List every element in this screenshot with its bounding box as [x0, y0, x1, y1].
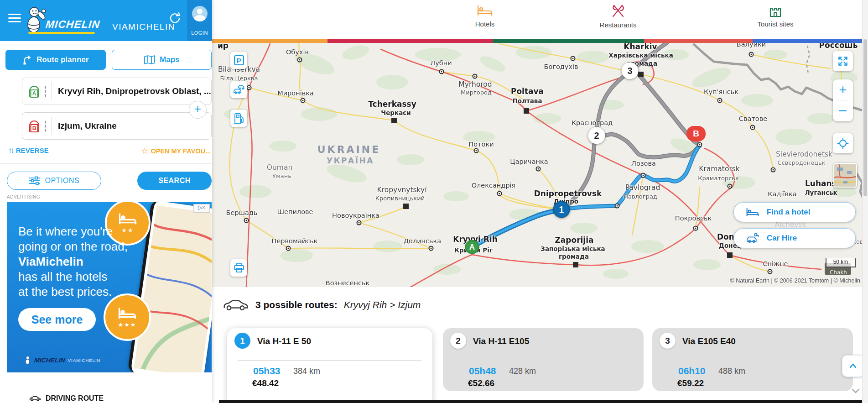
- route-cost: €59.22: [677, 378, 704, 388]
- refresh-icon[interactable]: [169, 12, 181, 24]
- route-badge-2[interactable]: 2: [588, 127, 605, 144]
- map-city-label: Tcherkassy: [368, 99, 416, 109]
- country-label-en: UKRAINE: [317, 144, 381, 155]
- country-label-uk: УКРАЇНА: [327, 156, 374, 165]
- parking-layer-button[interactable]: P: [230, 52, 247, 69]
- town-dot: [244, 218, 249, 223]
- fullscreen-button[interactable]: [833, 51, 853, 71]
- end-marker-b[interactable]: B: [686, 126, 706, 141]
- chevron-down-icon[interactable]: [852, 388, 860, 394]
- ad-close-icon[interactable]: ▷×: [193, 204, 210, 213]
- reverse-button[interactable]: ↑↓REVERSE: [8, 146, 49, 155]
- search-button[interactable]: SEARCH: [137, 172, 212, 190]
- town-dot: [439, 69, 444, 74]
- printer-icon: [234, 263, 244, 273]
- car-icon: [29, 395, 41, 402]
- driving-route-section-header[interactable]: DRIVING ROUTE: [29, 394, 104, 403]
- find-hotel-button[interactable]: Find a hotel: [733, 202, 856, 222]
- menu-icon[interactable]: [8, 14, 21, 24]
- locate-button[interactable]: [833, 133, 853, 153]
- town-dot: [474, 148, 479, 153]
- town-dot: [536, 167, 541, 172]
- map-city-label: Сніжне: [763, 260, 788, 267]
- ad-banner[interactable]: ★★ ★★★ Be it where you're going or on th…: [7, 202, 212, 372]
- advertising-label: ADVERTISING: [7, 194, 40, 199]
- login-button[interactable]: LOGIN: [187, 0, 212, 41]
- brand-sub-wordmark: VIAMICHELIN: [112, 22, 175, 32]
- nav-hotels[interactable]: Hotels: [451, 4, 519, 37]
- map-city-label: Шепилове: [277, 208, 313, 215]
- city-square: [573, 262, 578, 267]
- open-favourites-button[interactable]: ☆OPEN MY FAVOU...: [141, 146, 211, 156]
- town-dot: [357, 220, 362, 225]
- drag-handle[interactable]: [44, 85, 47, 97]
- town-dot: [615, 204, 620, 209]
- route-card-3[interactable]: 3 Via E105 E40 06h10 488 km €59.22: [652, 328, 853, 391]
- map-city-label: Черкаси: [381, 109, 411, 116]
- route-card-2[interactable]: 2 Via H-11 E105 05h48 428 km €52.66: [443, 328, 644, 391]
- map-city-label: Богодухів: [544, 63, 578, 70]
- route-cost: €48.42: [252, 378, 279, 388]
- page-scrollbar[interactable]: [862, 0, 868, 403]
- map-city-label: Россошь: [819, 43, 858, 50]
- car-hire-button[interactable]: Car Hire: [733, 228, 856, 248]
- tab-route-planner[interactable]: Route planner: [5, 50, 106, 70]
- zoom-out-button[interactable]: −: [833, 100, 853, 121]
- map-city-label: Куп'янськ: [704, 88, 738, 95]
- town-dot: [297, 58, 302, 63]
- map-city-label: Потоки: [468, 141, 494, 148]
- town-dot: [641, 173, 646, 178]
- brand-underline: [28, 32, 95, 34]
- user-avatar-icon: [192, 6, 208, 21]
- map-city-label: Павлоград: [624, 193, 657, 200]
- zoom-in-button[interactable]: +: [833, 79, 853, 100]
- route-badge-1[interactable]: 1: [553, 201, 570, 218]
- results-subheading: Kryvyj Rih > Izjum: [344, 299, 421, 310]
- map-scale: 50 km: [826, 258, 856, 267]
- route-distance: 384 km: [293, 366, 320, 376]
- ad-hotel-badge-3stars: ★★★: [104, 293, 151, 341]
- nav-tourist-sites[interactable]: Tourist sites: [741, 4, 810, 37]
- town-dot: [749, 52, 754, 57]
- sidebar: MICHELIN VIAMICHELIN LOGIN Route planner…: [0, 0, 212, 403]
- ad-see-more-button[interactable]: See more: [18, 308, 96, 331]
- tab-maps[interactable]: Maps: [112, 50, 212, 70]
- svg-text:P: P: [236, 57, 241, 64]
- map-city-label: Долинська: [404, 237, 442, 245]
- map-city-label: Chakh: [830, 269, 847, 276]
- nav-underline-traffic: [644, 39, 753, 43]
- traffic-layer-button[interactable]: [230, 81, 247, 98]
- drag-handle[interactable]: [44, 120, 47, 132]
- map-city-label: Dnipropetrovsk: [534, 189, 602, 198]
- collapse-panel-button[interactable]: [842, 355, 864, 377]
- scrollbar-thumb[interactable]: [863, 39, 867, 196]
- route-time: 05h48: [469, 366, 496, 377]
- destination-input[interactable]: B Izjum, Ukraine: [22, 112, 212, 140]
- map-city-label: Ouman: [267, 163, 292, 172]
- map-city-label: Миронівка: [277, 89, 314, 97]
- map-city-label: Царичанка: [510, 158, 548, 165]
- sliders-icon: [29, 176, 41, 185]
- locate-icon: [837, 137, 849, 149]
- map-city-label: Харківська міська: [608, 52, 673, 59]
- fuel-layer-button[interactable]: [230, 110, 247, 127]
- start-marker-a[interactable]: A: [465, 240, 479, 254]
- route-badge-3[interactable]: 3: [622, 63, 639, 79]
- town-dot: [750, 125, 755, 130]
- route-card-1[interactable]: 1 Via H-11 E 50 05h33 384 km €48.42: [227, 328, 432, 403]
- chevron-up-icon: [847, 361, 858, 372]
- add-stop-button[interactable]: +: [189, 101, 207, 119]
- map-canvas[interactable]: ирОбухівBila TserkvaБіла ЦеркваМиронівка…: [212, 43, 868, 287]
- map-city-label: Олександрія: [472, 182, 516, 189]
- origin-input[interactable]: A Kryvyi Rih, Dnipropetrovsk Oblast, ...: [22, 78, 212, 105]
- destination-value: Izjum, Ukraine: [58, 121, 117, 131]
- nav-restaurants[interactable]: Restaurants: [584, 4, 652, 37]
- map-city-label: Красноград: [572, 119, 613, 126]
- map-city-label: Kropyvnytskyï: [377, 186, 427, 194]
- options-button[interactable]: OPTIONS: [7, 172, 101, 190]
- minimap-inset[interactable]: [833, 163, 857, 188]
- map-city-label: Кропивницький: [375, 195, 425, 202]
- print-button[interactable]: [230, 259, 247, 277]
- car-icon: [223, 298, 249, 312]
- waypoint-b-icon: B: [28, 119, 41, 133]
